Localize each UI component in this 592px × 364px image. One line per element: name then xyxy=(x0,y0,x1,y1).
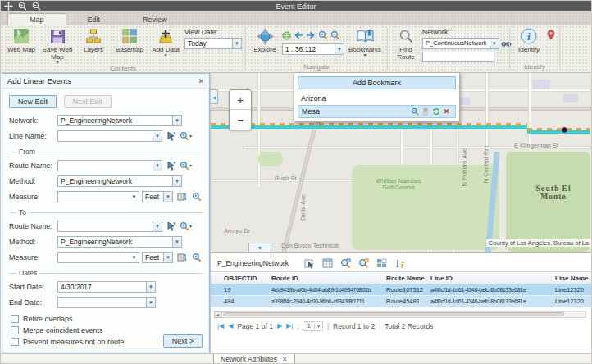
table-row[interactable]: 194eb9419b-af0b-4d04-ab89-1d493476802bRo… xyxy=(211,284,591,296)
zoom-icon[interactable] xyxy=(190,253,203,263)
last-page-icon[interactable]: ▶| xyxy=(286,322,293,330)
sort-icon[interactable] xyxy=(394,258,405,269)
layers-button[interactable]: Layers xyxy=(76,26,111,53)
tab-review[interactable]: Review xyxy=(121,14,189,25)
map-zoom-in-button[interactable]: + xyxy=(230,90,251,110)
to-route-name-select[interactable]: ▼ xyxy=(57,221,162,232)
line-name-select[interactable]: ▼ xyxy=(57,130,162,142)
bookmarks-button[interactable]: Bookmarks ▾ xyxy=(346,26,384,57)
table-row[interactable]: 484a398ff4c-2940-4c00-96b6-c6343f8f1711R… xyxy=(211,296,591,307)
from-route-name-select[interactable]: ▼ xyxy=(57,160,162,171)
delete-bookmark-icon[interactable]: ✕ xyxy=(441,107,452,116)
zoom-in-icon[interactable] xyxy=(318,30,328,40)
column-header[interactable]: Route Name xyxy=(383,275,427,282)
refresh-bookmark-icon[interactable] xyxy=(430,107,441,116)
save-web-map-button[interactable]: Save Web Map ▾ xyxy=(40,26,75,65)
to-section-legend: To xyxy=(9,208,203,216)
zoom-out-icon[interactable] xyxy=(330,30,340,40)
chevron-down-icon: ▼ xyxy=(163,253,172,262)
close-icon[interactable]: ✕ xyxy=(198,77,204,85)
column-header[interactable]: Line Name xyxy=(552,275,591,282)
select-on-map-icon[interactable] xyxy=(165,131,177,142)
start-date-input[interactable]: 4/30/2017 ▼ xyxy=(57,281,156,293)
zoom-menu-icon[interactable]: ▾ xyxy=(180,221,192,232)
to-measure-input[interactable]: ▼ xyxy=(57,252,139,263)
map-zoom-out-button[interactable]: − xyxy=(230,110,251,130)
bookmark-item-mesa[interactable]: Mesa ✕ xyxy=(298,105,456,118)
collapse-left-panel-button[interactable]: ◀ xyxy=(211,89,218,104)
from-method-select[interactable]: P_EngineeringNetwork ▼ xyxy=(57,175,182,187)
column-header[interactable]: Route ID xyxy=(268,275,383,282)
chevron-down-icon: ▼ xyxy=(153,131,162,141)
next-page-icon[interactable]: ▶ xyxy=(277,322,282,330)
to-unit-select[interactable]: Feet ▼ xyxy=(142,252,173,263)
table-options-icon[interactable] xyxy=(322,258,333,268)
page-select[interactable]: 1▼ xyxy=(303,321,322,331)
merge-coincident-checkbox[interactable]: Merge coincident events xyxy=(11,326,203,334)
identify-button[interactable]: i Identify xyxy=(513,26,544,53)
from-unit-select[interactable]: Feet ▼ xyxy=(142,191,173,202)
column-header[interactable]: OBJECTID xyxy=(221,275,268,282)
explore-button[interactable]: Explore xyxy=(249,26,280,53)
zoom-in-icon[interactable] xyxy=(18,2,27,11)
select-on-map-icon[interactable] xyxy=(165,221,177,232)
route-point-marker[interactable] xyxy=(562,127,567,133)
pan-to-selection-icon[interactable] xyxy=(358,258,369,269)
map-zoom-control: + − xyxy=(229,89,252,130)
map-label: Don Bosco Technical xyxy=(281,242,339,249)
previous-extent-icon[interactable] xyxy=(294,31,303,39)
table-cell: 19 xyxy=(221,286,268,293)
column-header[interactable]: Line ID xyxy=(427,275,552,282)
new-edit-button[interactable]: New Edit xyxy=(9,95,57,108)
scroll-left-icon[interactable]: ◀ xyxy=(214,311,221,318)
route-search-input[interactable] xyxy=(422,52,494,62)
chevron-down-icon: ▼ xyxy=(163,192,172,202)
web-map-button[interactable]: Web Map xyxy=(4,26,39,53)
panel-title: Add Linear Events xyxy=(7,76,198,85)
view-date-select[interactable]: Today ▼ xyxy=(184,38,242,49)
select-records-icon[interactable] xyxy=(304,258,315,269)
add-bookmark-button[interactable]: Add Bookmark xyxy=(298,76,456,89)
add-data-button[interactable]: Add Data ▾ xyxy=(148,26,183,57)
next-button[interactable]: Next > xyxy=(163,334,203,348)
zoom-to-bookmark-icon[interactable] xyxy=(409,107,420,116)
retire-overlaps-checkbox[interactable]: Retire overlaps xyxy=(11,315,203,323)
table-cell: a398ff4c-2940-4c00-96b6-c6343f8f1711 xyxy=(268,298,383,304)
zoom-to-selection-icon[interactable] xyxy=(340,258,351,269)
basemap-button[interactable]: Basemap xyxy=(112,26,147,53)
network-select[interactable]: P_EngineeringNetwork ▼ xyxy=(57,115,182,126)
route-highlight[interactable] xyxy=(211,125,527,129)
measure-on-map-icon[interactable] xyxy=(175,192,188,202)
switch-selection-icon[interactable] xyxy=(376,258,387,268)
tab-map[interactable]: Map xyxy=(7,13,66,25)
zoom-menu-icon[interactable]: ▾ xyxy=(180,161,192,171)
pan-to-bookmark-icon[interactable] xyxy=(420,107,430,116)
bookmark-item-arizona[interactable]: Arizona xyxy=(298,92,456,105)
zoom-out-icon[interactable] xyxy=(32,2,41,11)
table-cell: a4f0cf1d-1d61-4346-befc-8b08133e681e xyxy=(427,287,552,293)
from-measure-input[interactable]: ▼ xyxy=(57,191,139,202)
network-select[interactable]: P_ContinuousNetwork ▼ xyxy=(422,38,499,49)
route-name-label: Route Name: xyxy=(9,162,55,170)
scale-select[interactable]: 1 : 36.112 ▼ xyxy=(282,43,344,55)
find-route-button[interactable]: Find Route xyxy=(391,26,421,61)
pan-icon[interactable] xyxy=(4,2,13,11)
zoom-menu-icon[interactable]: ▾ xyxy=(180,131,192,142)
to-method-select[interactable]: P_EngineeringNetwork ▼ xyxy=(57,236,182,248)
scrollbar-thumb[interactable] xyxy=(223,312,564,316)
end-date-input[interactable]: ▼ xyxy=(57,297,156,308)
close-icon[interactable]: ✕ xyxy=(282,356,288,363)
tab-network-attributes[interactable]: Network Attributes ✕ xyxy=(213,354,295,364)
prev-page-icon[interactable]: ◀ xyxy=(228,322,233,330)
measure-on-map-icon[interactable] xyxy=(175,253,188,263)
popup-pin-icon[interactable] xyxy=(546,26,556,40)
first-page-icon[interactable]: |◀ xyxy=(217,322,224,330)
tab-edit[interactable]: Edit xyxy=(66,14,122,25)
zoom-icon[interactable] xyxy=(190,192,203,202)
full-extent-icon[interactable] xyxy=(282,31,291,40)
next-extent-icon[interactable] xyxy=(306,31,316,39)
grid-hscrollbar[interactable]: ◀ xyxy=(214,311,586,318)
select-on-map-icon[interactable] xyxy=(165,161,177,171)
network-field: Network: P_ContinuousNetwork ▼ xyxy=(422,26,506,62)
collapse-table-button[interactable]: ▼ xyxy=(248,243,271,252)
